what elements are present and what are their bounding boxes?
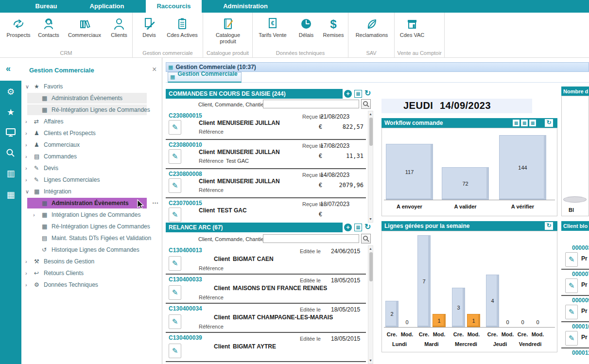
scroll-thumb[interactable]	[369, 118, 373, 146]
relance-list-view-button[interactable]: ▦	[354, 224, 362, 231]
client-id-link[interactable]: 000010	[572, 323, 589, 330]
tree-item-commerciaux[interactable]: › ♟ Commerciaux	[21, 139, 162, 151]
order-row[interactable]: C230800010 Reçue le 17/08/2023 ✎ Client …	[166, 140, 366, 169]
monitor-icon[interactable]	[0, 125, 21, 140]
client-id-link[interactable]: 000009	[572, 297, 589, 304]
blocked-client-row[interactable]: 000010 ✎ Pr	[561, 322, 589, 348]
edit-pencil-button[interactable]: ✎	[565, 278, 578, 293]
tree-item-clients-et-prospects[interactable]: › ♟ Clients et Prospects	[21, 127, 162, 139]
scroll-thumb[interactable]	[369, 252, 373, 281]
edit-pencil-button[interactable]: ✎	[169, 149, 181, 164]
relance-row[interactable]: C130400039 Editée le 18/05/2015 ✎ Client…	[166, 333, 366, 362]
close-icon[interactable]: ×	[152, 65, 156, 74]
edit-pencil-button[interactable]: ✎	[169, 314, 181, 329]
orders-list-view-button[interactable]: ▦	[354, 90, 362, 98]
ribbon-item-contacts[interactable]: Contacts	[33, 16, 64, 38]
blocked-client-row[interactable]: 000009 ✎ Pr	[561, 296, 589, 322]
ribbon-item-clients[interactable]: Clients	[104, 16, 135, 38]
edit-pencil-button[interactable]: ✎	[565, 331, 578, 346]
add-relance-button[interactable]: +	[344, 224, 352, 231]
relance-id-link[interactable]: C130400039	[169, 334, 202, 341]
tab-gestion-commerciale[interactable]: ▦ Gestion Commerciale ...	[168, 72, 242, 83]
relance-row[interactable]: C130400013 Editée le 24/06/2015 ✎ Client…	[166, 245, 366, 275]
menu-bureau[interactable]: Bureau	[27, 0, 66, 13]
tree-item-maint-statuts[interactable]: ▤ Maint. Statuts DTs Figées et Validatio…	[21, 232, 162, 244]
orders-scrollbar[interactable]: ▲ ▼	[368, 111, 373, 223]
sidebar-collapse-button[interactable]: «	[6, 64, 11, 74]
relance-refresh-button[interactable]: ↻	[364, 223, 371, 231]
order-id-link[interactable]: C230700015	[169, 200, 202, 207]
add-order-button[interactable]: +	[344, 90, 352, 98]
relance-id-link[interactable]: C130400033	[169, 276, 202, 283]
tree-item-donnees-techniques[interactable]: › ⚙ Données Techniques	[21, 279, 162, 291]
workflow-view3-button[interactable]: ▦	[529, 120, 536, 126]
tree-item-historique-lignes[interactable]: ↺ Historique Lignes de Commandes	[21, 244, 162, 256]
relance-id-link[interactable]: C130400034	[169, 305, 202, 312]
chevron-down-icon[interactable]: ∨	[25, 186, 29, 197]
chevron-right-icon[interactable]: ›	[25, 151, 27, 162]
relance-search-button[interactable]	[361, 234, 371, 243]
order-id-link[interactable]: C230800015	[169, 112, 202, 119]
relance-row[interactable]: C130400034 Editée le 18/05/2015 ✎ Client…	[166, 304, 366, 333]
search-icon[interactable]	[0, 146, 21, 160]
tree-item-favoris[interactable]: ∨ ★ Favoris	[21, 81, 162, 92]
orders-refresh-button[interactable]: ↻	[364, 89, 371, 97]
tree-item-commandes[interactable]: › ▤ Commandes	[21, 151, 162, 162]
edit-pencil-button[interactable]: ✎	[565, 252, 578, 267]
workflow-view2-button[interactable]: ▦	[521, 120, 528, 126]
tree-item-devis[interactable]: › ✎ Devis	[21, 162, 162, 174]
relance-id-link[interactable]: C130400013	[169, 247, 202, 254]
edit-pencil-button[interactable]: ✎	[565, 305, 578, 319]
tree-item-affaires[interactable]: › ⇄ Affaires	[21, 116, 162, 127]
order-row[interactable]: C230800015 Reçue le 21/08/2023 ✎ Client …	[166, 111, 366, 140]
menu-administration[interactable]: Administration	[214, 0, 277, 13]
client-id-link[interactable]: 000003	[572, 244, 589, 251]
ribbon-item-tarifs-vente[interactable]: € Tarifs Vente	[257, 16, 289, 38]
blocked-client-row[interactable]: 000007 ✎ Pr	[561, 270, 589, 296]
relance-scrollbar[interactable]: ▲ ▼	[368, 245, 373, 364]
modules-icon[interactable]: ▦	[0, 188, 21, 202]
scroll-up-icon[interactable]: ▲	[368, 246, 373, 251]
chevron-right-icon[interactable]: ›	[25, 267, 27, 279]
chevron-right-icon[interactable]: ›	[25, 127, 27, 139]
more-options-icon[interactable]: ⋯	[152, 197, 158, 209]
relance-search-input[interactable]	[263, 234, 359, 243]
menu-raccourcis[interactable]: Raccourcis	[146, 0, 202, 13]
chevron-right-icon[interactable]: ›	[25, 256, 27, 267]
chevron-right-icon[interactable]: ›	[25, 139, 27, 151]
workflow-view1-button[interactable]: ▦	[513, 120, 520, 126]
edit-pencil-button[interactable]: ✎	[169, 120, 181, 135]
ribbon-item-cdes-actives[interactable]: Cdes Actives	[165, 16, 200, 38]
ribbon-item-remises[interactable]: $ Remises	[319, 16, 348, 38]
order-id-link[interactable]: C230800008	[169, 171, 202, 177]
scroll-up-icon[interactable]: ▲	[368, 112, 373, 117]
scroll-down-icon[interactable]: ▼	[368, 217, 373, 222]
star-icon[interactable]: ★	[0, 105, 21, 120]
columns-icon[interactable]: ▥	[0, 166, 21, 181]
chevron-right-icon[interactable]: ›	[25, 162, 27, 174]
blocked-client-row[interactable]: 000003 ✎ Pr	[561, 243, 589, 270]
ribbon-item-devis[interactable]: Devis	[134, 16, 165, 38]
ribbon-item-reclamations[interactable]: Reclamations	[351, 16, 392, 38]
chevron-right-icon[interactable]: ›	[25, 116, 27, 127]
menu-application[interactable]: Application	[83, 0, 131, 13]
orders-search-button[interactable]	[361, 99, 371, 109]
chevron-right-icon[interactable]: ›	[25, 174, 27, 186]
edit-pencil-button[interactable]: ✎	[169, 208, 181, 222]
scroll-down-icon[interactable]: ▼	[368, 358, 373, 363]
ribbon-item-cdes-vac[interactable]: Cdes VAC	[397, 16, 428, 38]
gear-icon[interactable]: ⚙	[0, 85, 21, 99]
ribbon-item-commerciaux[interactable]: Commerciaux	[66, 16, 103, 38]
chevron-right-icon[interactable]: ›	[33, 209, 35, 221]
edit-pencil-button[interactable]: ✎	[169, 285, 181, 300]
tree-item-lignes-commerciales[interactable]: › ✎ Lignes Commerciales	[21, 174, 162, 186]
blocked-client-row[interactable]: 000011	[561, 348, 589, 364]
relance-row[interactable]: C130400033 Editée le 18/05/2015 ✎ Client…	[166, 275, 366, 304]
edit-pencil-button[interactable]: ✎	[169, 256, 181, 271]
order-id-link[interactable]: C230800010	[169, 141, 202, 148]
order-row[interactable]: C230800008 Reçue le 14/08/2023 ✎ Client …	[166, 169, 366, 198]
edit-pencil-button[interactable]: ✎	[169, 178, 181, 193]
tree-item-integration[interactable]: ∨ ▦ Intégration	[21, 186, 162, 197]
tree-item-reintegration-lignes[interactable]: ▦ Ré-Intégration Lignes de Commandes	[21, 221, 162, 232]
tree-item-retours-clients[interactable]: › ↩ Retours Clients	[21, 267, 162, 279]
